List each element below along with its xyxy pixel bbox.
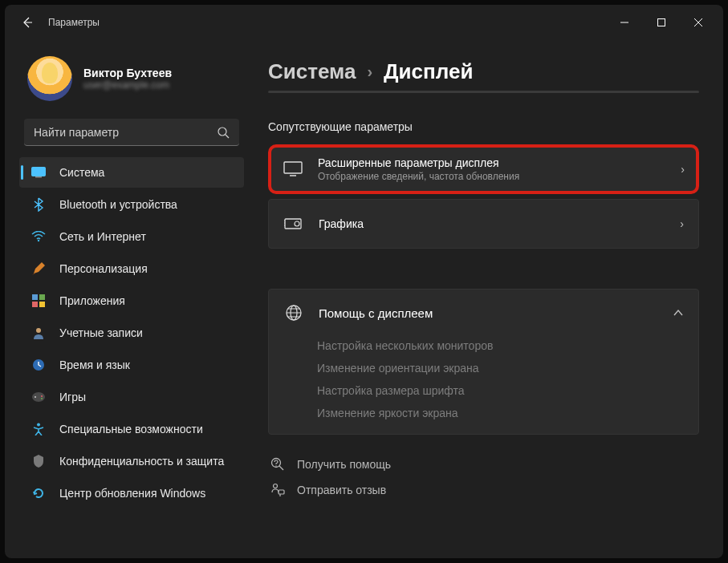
nav-label: Игры [59,391,86,403]
window-title: Параметры [48,17,100,28]
help-panel: Помощь с дисплеем Настройка нескольких м… [268,289,699,435]
svg-point-22 [275,465,276,466]
chevron-up-icon [673,309,684,317]
breadcrumb-parent[interactable]: Система [268,59,356,84]
svg-point-9 [36,328,41,333]
accessibility-icon [31,421,47,437]
help-link-font-size[interactable]: Настройка размера шрифта [317,384,684,397]
svg-point-14 [41,398,43,399]
svg-rect-3 [35,176,42,178]
nav-system[interactable]: Система [19,157,244,188]
svg-rect-2 [32,168,46,176]
graphics-card[interactable]: Графика › [268,199,699,249]
accounts-icon [31,325,47,341]
sidebar: Виктор Бухтеев user@example.com Система … [5,40,254,558]
nav-label: Время и язык [59,358,130,371]
privacy-icon [31,453,47,469]
svg-rect-5 [32,294,38,300]
get-help-link[interactable]: Получить помощь [270,457,697,472]
nav-accounts[interactable]: Учетные записи [19,318,244,348]
nav-personalization[interactable]: Персонализация [19,253,244,284]
svg-rect-16 [284,162,302,173]
svg-point-12 [35,396,36,398]
minimize-button[interactable] [606,10,643,35]
search-icon [217,126,230,139]
header-divider [268,91,699,93]
search-input[interactable] [34,126,217,139]
gaming-icon [31,389,47,405]
nav-label: Центр обновления Windows [59,487,205,500]
nav-list: Система Bluetooth и устройства Сеть и Ин… [16,157,247,508]
display-icon [283,159,303,180]
bluetooth-icon [31,196,47,213]
close-icon [693,18,703,27]
update-icon [31,485,47,501]
system-icon [31,164,47,180]
graphics-icon [283,213,304,234]
help-icon [270,457,286,472]
avatar [27,56,72,101]
back-arrow-icon [21,16,34,29]
maximize-button[interactable] [643,10,680,35]
card-title: Графика [319,217,665,230]
personalization-icon [31,261,47,277]
footer-label: Получить помощь [297,458,391,471]
advanced-display-card[interactable]: Расширенные параметры дисплея Отображени… [268,144,699,194]
help-header[interactable]: Помощь с дисплеем [269,290,698,336]
help-link-orientation[interactable]: Изменение ориентации экрана [317,362,684,375]
feedback-link[interactable]: Отправить отзыв [270,483,697,497]
profile-block[interactable]: Виктор Бухтеев user@example.com [16,50,247,114]
svg-rect-0 [658,19,665,26]
nav-apps[interactable]: Приложения [19,286,244,316]
svg-rect-24 [279,490,284,494]
nav-network[interactable]: Сеть и Интернет [19,221,244,252]
svg-point-1 [218,128,226,136]
help-link-multiple-monitors[interactable]: Настройка нескольких мониторов [317,339,684,352]
svg-point-18 [295,221,299,226]
close-button[interactable] [680,10,717,35]
nav-time-language[interactable]: Время и язык [19,350,244,380]
nav-bluetooth[interactable]: Bluetooth и устройства [19,189,244,220]
chevron-right-icon: › [367,63,372,81]
nav-accessibility[interactable]: Специальные возможности [19,414,244,444]
nav-label: Система [59,166,104,179]
help-link-brightness[interactable]: Изменение яркости экрана [317,407,684,419]
maximize-icon [657,18,666,27]
nav-label: Учетные записи [59,326,143,339]
content: Виктор Бухтеев user@example.com Система … [5,40,723,558]
nav-label: Персонализация [59,262,148,275]
minimize-icon [620,18,629,27]
svg-point-13 [41,395,43,397]
nav-label: Конфиденциальность и защита [59,455,224,468]
footer-links: Получить помощь Отправить отзыв [268,457,699,497]
nav-label: Приложения [59,294,125,307]
card-title: Расширенные параметры дисплея [318,156,666,169]
svg-rect-6 [39,294,45,300]
card-subtitle: Отображение сведений, частота обновления [318,171,666,182]
feedback-icon [270,483,286,497]
time-icon [31,357,47,373]
nav-gaming[interactable]: Игры [19,382,244,412]
back-button[interactable] [14,10,40,35]
nav-windows-update[interactable]: Центр обновления Windows [19,478,244,508]
nav-privacy[interactable]: Конфиденциальность и защита [19,446,244,476]
nav-label: Bluetooth и устройства [59,198,177,211]
help-title: Помощь с дисплеем [319,306,658,320]
help-links: Настройка нескольких мониторов Изменение… [269,336,698,434]
apps-icon [31,293,47,309]
main-panel: Система › Дисплей Сопутствующие параметр… [254,40,723,558]
footer-label: Отправить отзыв [297,484,386,496]
search-box[interactable] [24,119,239,146]
profile-email: user@example.com [83,79,172,91]
profile-name: Виктор Бухтеев [83,67,172,79]
breadcrumb: Система › Дисплей [268,59,699,84]
svg-rect-7 [32,302,38,307]
breadcrumb-current: Дисплей [384,59,473,84]
svg-point-11 [32,392,45,402]
svg-point-23 [274,484,278,488]
settings-window: Параметры Виктор Бухтеев user@example.co… [5,5,723,558]
svg-point-15 [37,423,40,427]
globe-icon [283,302,304,323]
svg-rect-8 [39,302,45,307]
nav-label: Сеть и Интернет [59,230,146,243]
